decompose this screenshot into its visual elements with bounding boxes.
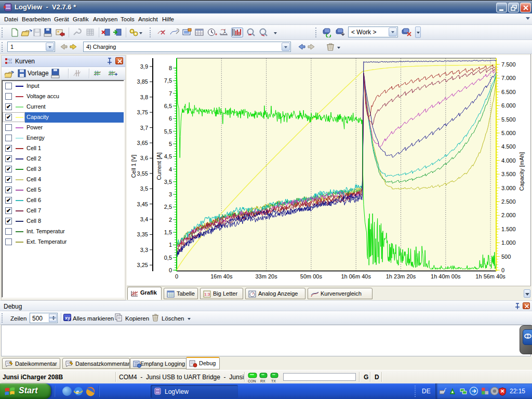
svg-text:3,55: 3,55 bbox=[137, 170, 148, 177]
svg-text:3,75: 3,75 bbox=[137, 109, 148, 115]
svg-text:3,25: 3,25 bbox=[137, 262, 148, 268]
svg-text:3: 3 bbox=[169, 191, 172, 197]
svg-text:3,65: 3,65 bbox=[137, 140, 148, 146]
svg-text:2.500: 2.500 bbox=[501, 198, 516, 205]
svg-text:2.000: 2.000 bbox=[501, 212, 516, 218]
svg-text:8: 8 bbox=[169, 65, 172, 71]
svg-text:4: 4 bbox=[169, 166, 172, 172]
svg-text:6: 6 bbox=[169, 115, 172, 122]
svg-text:2: 2 bbox=[169, 217, 172, 223]
svg-text:7.000: 7.000 bbox=[501, 75, 516, 81]
svg-text:5: 5 bbox=[169, 141, 172, 147]
svg-text:16m 40s: 16m 40s bbox=[210, 273, 233, 280]
svg-text:3.000: 3.000 bbox=[501, 185, 516, 191]
svg-text:6.500: 6.500 bbox=[501, 89, 516, 95]
svg-text:3,3: 3,3 bbox=[140, 247, 148, 253]
svg-text:CON: CON bbox=[248, 379, 256, 383]
svg-text:Current [A]: Current [A] bbox=[156, 152, 162, 180]
svg-text:7: 7 bbox=[169, 90, 172, 97]
svg-text:Capacity [mAh]: Capacity [mAh] bbox=[518, 152, 525, 191]
svg-text:1h 23m 20s: 1h 23m 20s bbox=[386, 273, 416, 280]
svg-text:3,8: 3,8 bbox=[140, 94, 148, 100]
svg-text:5.000: 5.000 bbox=[501, 130, 516, 136]
svg-text:7,5: 7,5 bbox=[164, 77, 172, 84]
svg-text:e: e bbox=[76, 388, 79, 395]
svg-text:3,6: 3,6 bbox=[140, 155, 148, 161]
svg-text:1h 06m 40s: 1h 06m 40s bbox=[341, 273, 371, 280]
svg-text:3,7: 3,7 bbox=[140, 125, 148, 131]
svg-text:Cell 1 [V]: Cell 1 [V] bbox=[130, 155, 137, 178]
svg-text:3,4: 3,4 bbox=[140, 216, 148, 222]
svg-text:6,5: 6,5 bbox=[164, 103, 172, 109]
svg-text:3,85: 3,85 bbox=[137, 78, 148, 85]
svg-text:50m 00s: 50m 00s bbox=[300, 273, 323, 280]
svg-text:5,5: 5,5 bbox=[164, 128, 172, 135]
svg-text:0: 0 bbox=[501, 267, 504, 273]
svg-text:1,5: 1,5 bbox=[164, 229, 172, 235]
svg-text:3,9: 3,9 bbox=[140, 63, 148, 70]
svg-text:5.500: 5.500 bbox=[501, 116, 516, 123]
svg-text:4,5: 4,5 bbox=[164, 153, 172, 159]
svg-text:4.500: 4.500 bbox=[501, 143, 516, 150]
svg-text:3,5: 3,5 bbox=[164, 179, 172, 185]
svg-text:RX: RX bbox=[260, 379, 265, 383]
svg-text:1.000: 1.000 bbox=[501, 240, 516, 246]
svg-text:33m 20s: 33m 20s bbox=[255, 273, 277, 280]
svg-text:3,5: 3,5 bbox=[140, 185, 148, 192]
svg-text:1:3: 1:3 bbox=[204, 292, 210, 297]
svg-text:4.000: 4.000 bbox=[501, 157, 516, 164]
svg-text:3,45: 3,45 bbox=[137, 201, 148, 207]
svg-text:7.500: 7.500 bbox=[501, 61, 516, 68]
svg-text:6.000: 6.000 bbox=[501, 102, 516, 109]
svg-text:0: 0 bbox=[169, 267, 172, 273]
svg-text:3.500: 3.500 bbox=[501, 171, 516, 177]
svg-text:500: 500 bbox=[501, 254, 511, 260]
svg-text:1.500: 1.500 bbox=[501, 226, 516, 232]
svg-text:2,5: 2,5 bbox=[164, 204, 172, 210]
svg-text:TX: TX bbox=[271, 379, 276, 383]
svg-text:0,5: 0,5 bbox=[164, 255, 172, 261]
svg-text:1: 1 bbox=[169, 242, 172, 248]
svg-text:3,35: 3,35 bbox=[137, 231, 148, 237]
svg-text:1h 56m 40s: 1h 56m 40s bbox=[475, 273, 506, 280]
svg-text:1h 40m 00s: 1h 40m 00s bbox=[431, 273, 461, 280]
svg-text:0: 0 bbox=[175, 273, 178, 280]
